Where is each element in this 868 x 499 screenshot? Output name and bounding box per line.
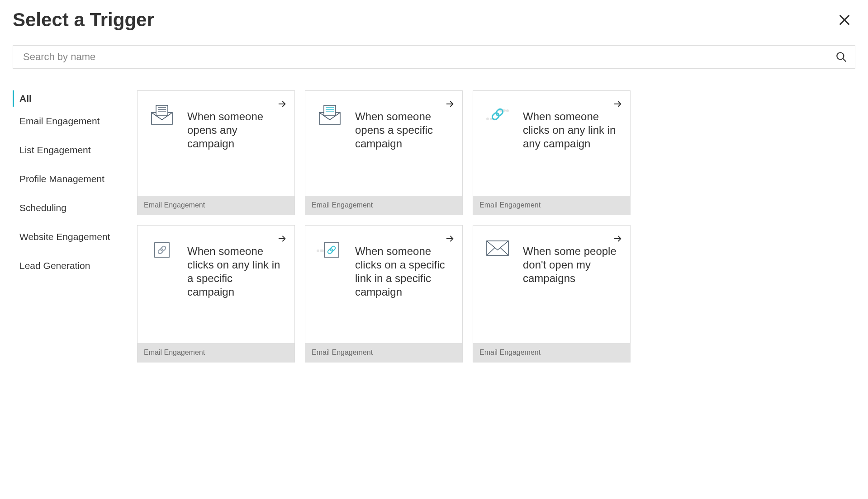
trigger-card[interactable]: When someone opens any campaignEmail Eng… <box>137 90 295 215</box>
svg-point-20 <box>317 250 319 252</box>
svg-rect-25 <box>487 241 508 255</box>
trigger-card[interactable]: When someone clicks on any link in any c… <box>473 90 631 215</box>
sidebar-item-scheduling[interactable]: Scheduling <box>13 193 128 222</box>
arrow-right-icon <box>613 99 623 109</box>
close-button[interactable] <box>834 9 855 31</box>
envelope-closed-icon <box>481 236 514 334</box>
trigger-card-title: When someone clicks on a specific link i… <box>355 236 453 334</box>
arrow-right-icon <box>445 99 455 109</box>
link-box-blue-icon <box>313 236 346 334</box>
close-icon <box>837 13 852 27</box>
svg-rect-22 <box>324 243 339 257</box>
trigger-card-category: Email Engagement <box>138 343 294 362</box>
arrow-right-icon <box>277 99 287 109</box>
trigger-card[interactable]: When some people don't open my campaigns… <box>473 225 631 362</box>
trigger-card-title: When someone opens any campaign <box>187 102 285 187</box>
trigger-card-title: When someone clicks on any link in a spe… <box>187 236 285 334</box>
trigger-card-title: When someone clicks on any link in any c… <box>523 102 621 187</box>
page-title: Select a Trigger <box>13 9 154 31</box>
svg-rect-16 <box>495 108 504 117</box>
trigger-card-category: Email Engagement <box>305 196 462 215</box>
arrow-right-icon <box>445 234 455 244</box>
sidebar-item-email-engagement[interactable]: Email Engagement <box>13 107 128 136</box>
svg-rect-2 <box>156 105 168 115</box>
category-sidebar: AllEmail EngagementList EngagementProfil… <box>13 90 128 371</box>
search-icon[interactable] <box>835 51 847 63</box>
sidebar-item-profile-management[interactable]: Profile Management <box>13 165 128 193</box>
sidebar-item-list-engagement[interactable]: List Engagement <box>13 136 128 165</box>
trigger-card-title: When someone opens a specific campaign <box>355 102 453 187</box>
svg-rect-21 <box>320 250 324 252</box>
trigger-card-category: Email Engagement <box>305 343 462 362</box>
search-input[interactable] <box>13 45 855 69</box>
trigger-cards-grid[interactable]: When someone opens any campaignEmail Eng… <box>137 90 855 371</box>
svg-point-11 <box>486 118 489 120</box>
trigger-card[interactable]: When someone clicks on any link in a spe… <box>137 225 295 362</box>
trigger-card-category: Email Engagement <box>473 343 630 362</box>
svg-rect-17 <box>155 243 169 257</box>
sidebar-item-website-engagement[interactable]: Website Engagement <box>13 222 128 251</box>
trigger-card-title: When some people don't open my campaigns <box>523 236 621 334</box>
sidebar-item-lead-generation[interactable]: Lead Generation <box>13 251 128 280</box>
arrow-right-icon <box>613 234 623 244</box>
trigger-card[interactable]: When someone clicks on a specific link i… <box>305 225 463 362</box>
link-box-icon <box>146 236 178 334</box>
envelope-open-blue-icon <box>313 102 346 187</box>
trigger-card-category: Email Engagement <box>138 196 294 215</box>
trigger-card-category: Email Engagement <box>473 196 630 215</box>
sidebar-item-all[interactable]: All <box>13 90 128 107</box>
link-blue-icon <box>481 102 514 187</box>
trigger-card[interactable]: When someone opens a specific campaignEm… <box>305 90 463 215</box>
arrow-right-icon <box>277 234 287 244</box>
svg-point-13 <box>506 109 509 112</box>
envelope-open-icon <box>146 102 178 187</box>
svg-rect-7 <box>324 105 336 115</box>
